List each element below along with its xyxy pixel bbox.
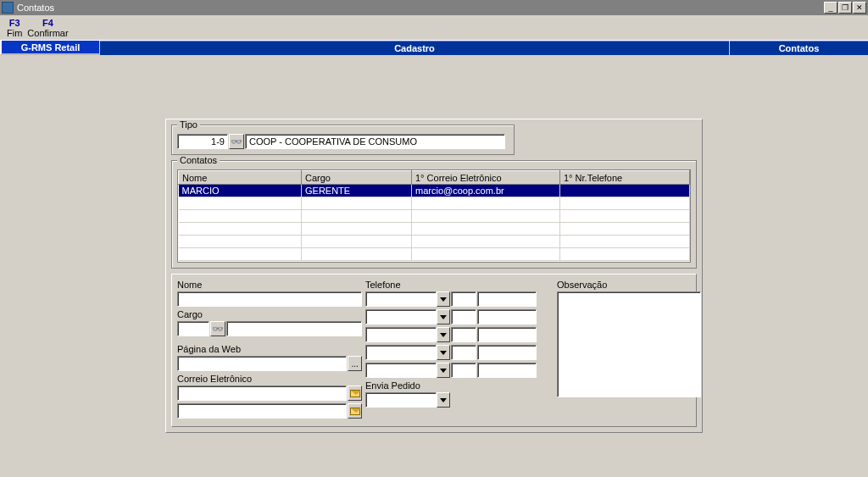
pagina-browse-button[interactable]: ... <box>348 356 362 371</box>
label-obs: Observação <box>557 280 701 290</box>
table-row[interactable] <box>179 248 690 261</box>
col-email[interactable]: 1° Correio Eletrônico <box>412 171 560 185</box>
chevron-down-icon <box>437 363 450 378</box>
window-title: Contatos <box>17 3 824 13</box>
tel1-num-input[interactable] <box>477 291 537 307</box>
label-envia: Envia Pedido <box>365 380 554 391</box>
chevron-down-icon <box>437 309 450 324</box>
tel3-ddd-input[interactable] <box>451 327 476 342</box>
tipo-legend: Tipo <box>177 119 200 130</box>
envelope-icon <box>350 408 360 415</box>
tel3-num-input[interactable] <box>477 327 537 342</box>
menubar: F3 Fim F4 Confirmar <box>0 15 868 40</box>
col-tel[interactable]: 1° Nr.Telefone <box>560 171 690 185</box>
tel5-num-input[interactable] <box>477 363 537 378</box>
chevron-down-icon <box>437 345 450 360</box>
observacao-textarea[interactable] <box>557 291 701 397</box>
label-correio: Correio Eletrônico <box>177 374 362 384</box>
tel5-type-combo[interactable] <box>365 363 450 378</box>
table-row[interactable] <box>179 210 690 223</box>
main-panel: Tipo 1-9 👓 COOP - COOPERATIVA DE CONSUMO… <box>165 119 703 433</box>
menu-f3[interactable]: F3 Fim <box>7 18 22 38</box>
tipo-fieldset: Tipo 1-9 👓 COOP - COOPERATIVA DE CONSUMO <box>171 125 515 155</box>
correio1-send-button[interactable] <box>348 385 362 401</box>
window-close-button[interactable]: ✕ <box>853 2 866 14</box>
cell-cargo: GERENTE <box>302 185 412 197</box>
table-row[interactable]: MARCIO GERENTE marcio@coop.com.br <box>179 185 690 197</box>
detail-panel: Nome Cargo 👓 Página da Web ... Correio E <box>171 274 697 427</box>
cargo-desc-input[interactable] <box>226 321 362 336</box>
tipo-code-input[interactable]: 1-9 <box>177 134 228 149</box>
tel4-ddd-input[interactable] <box>451 345 476 360</box>
correio2-send-button[interactable] <box>348 403 362 419</box>
app-icon <box>2 2 14 14</box>
col-nome[interactable]: Nome <box>179 171 302 185</box>
chevron-down-icon <box>437 392 450 408</box>
envia-pedido-combo[interactable] <box>365 392 450 408</box>
label-telefone: Telefone <box>365 280 554 290</box>
tel2-ddd-input[interactable] <box>451 309 476 324</box>
envelope-icon <box>350 390 360 397</box>
tel2-type-combo[interactable] <box>365 309 450 324</box>
contatos-legend: Contatos <box>177 155 220 165</box>
chevron-down-icon <box>437 327 450 342</box>
tel1-ddd-input[interactable] <box>451 291 476 307</box>
table-row[interactable] <box>179 223 690 236</box>
label-pagina: Página da Web <box>177 344 362 354</box>
table-row[interactable] <box>179 197 690 210</box>
chevron-down-icon <box>437 291 450 307</box>
tel3-type-combo[interactable] <box>365 327 450 342</box>
tel5-ddd-input[interactable] <box>451 363 476 378</box>
workarea: Tipo 1-9 👓 COOP - COOPERATIVA DE CONSUMO… <box>0 64 868 477</box>
pagina-input[interactable] <box>177 356 347 371</box>
cell-email: marcio@coop.com.br <box>412 185 560 197</box>
nome-input[interactable] <box>177 291 362 307</box>
tel1-type-combo[interactable] <box>365 291 450 307</box>
menu-f4[interactable]: F4 Confirmar <box>27 18 68 38</box>
menu-f3-key: F3 <box>9 18 20 28</box>
cell-tel <box>560 185 690 197</box>
col-cargo[interactable]: Cargo <box>302 171 412 185</box>
tel2-num-input[interactable] <box>477 309 537 324</box>
binoculars-icon: 👓 <box>212 324 224 334</box>
breadcrumb-app[interactable]: G-RMS Retail <box>0 41 100 55</box>
window-maximize-button[interactable]: ❐ <box>838 2 852 14</box>
contatos-fieldset: Contatos Nome Cargo 1° Correio Eletrônic… <box>171 160 697 269</box>
cargo-code-input[interactable] <box>177 321 209 336</box>
menu-f4-key: F4 <box>42 18 53 28</box>
correio2-input[interactable] <box>177 403 347 419</box>
label-nome: Nome <box>177 280 362 290</box>
tipo-lookup-button[interactable]: 👓 <box>229 134 244 149</box>
menu-f4-label: Confirmar <box>27 28 68 38</box>
binoculars-icon: 👓 <box>231 137 242 147</box>
titlebar: Contatos _ ❐ ✕ <box>0 0 868 15</box>
cargo-lookup-button[interactable]: 👓 <box>210 321 225 336</box>
breadcrumb-bar: G-RMS Retail Cadastro Contatos <box>0 40 868 55</box>
tel4-type-combo[interactable] <box>365 345 450 360</box>
tel4-num-input[interactable] <box>477 345 537 360</box>
tipo-desc-input[interactable]: COOP - COOPERATIVA DE CONSUMO <box>245 134 505 149</box>
breadcrumb-screen[interactable]: Contatos <box>730 41 868 55</box>
cell-nome: MARCIO <box>179 185 302 197</box>
table-row[interactable] <box>179 236 690 248</box>
menu-f3-label: Fim <box>7 28 22 38</box>
correio1-input[interactable] <box>177 385 347 401</box>
contatos-grid[interactable]: Nome Cargo 1° Correio Eletrônico 1° Nr.T… <box>177 169 691 263</box>
window-minimize-button[interactable]: _ <box>824 2 837 14</box>
breadcrumb-module[interactable]: Cadastro <box>100 41 730 55</box>
label-cargo: Cargo <box>177 309 362 319</box>
